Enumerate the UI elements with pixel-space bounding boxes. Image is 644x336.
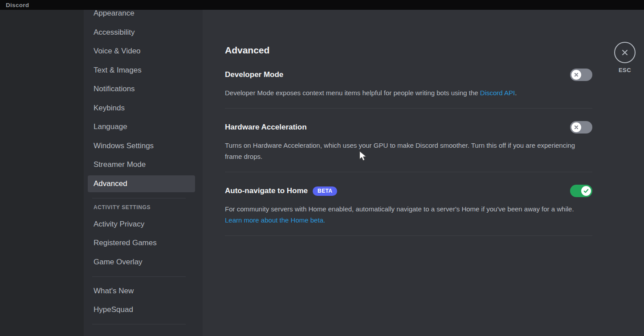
- section-auto-navigate-home: Auto-navigate to Home BETA For community…: [225, 185, 592, 236]
- developer-mode-toggle[interactable]: [570, 69, 592, 81]
- sidebar-item-hypesquad[interactable]: HypeSquad: [88, 301, 195, 318]
- description-text: Developer Mode exposes context menu item…: [225, 89, 480, 97]
- sidebar-category-activity-settings: ACTIVITY SETTINGS: [88, 204, 195, 211]
- esc-label: ESC: [614, 67, 636, 73]
- sidebar-item-accessibility[interactable]: Accessibility: [88, 24, 195, 41]
- sidebar-item-keybinds[interactable]: Keybinds: [88, 100, 195, 117]
- x-icon: [574, 73, 579, 77]
- toggle-knob: [571, 122, 581, 132]
- sidebar-item-registered-games[interactable]: Registered Games: [88, 235, 195, 251]
- settings-nav: Appearance Accessibility Voice & Video T…: [88, 10, 195, 324]
- hardware-acceleration-description: Turns on Hardware Acceleration, which us…: [225, 140, 583, 162]
- beta-badge: BETA: [313, 186, 337, 196]
- sidebar-item-game-overlay[interactable]: Game Overlay: [88, 254, 195, 271]
- close-icon: [620, 48, 629, 57]
- sidebar-item-appearance[interactable]: Appearance: [88, 10, 195, 22]
- toggle-knob: [581, 186, 591, 196]
- auto-navigate-home-toggle[interactable]: [570, 185, 592, 197]
- section-divider: [225, 172, 592, 172]
- close-settings-button[interactable]: [614, 42, 636, 63]
- description-text: .: [515, 89, 517, 97]
- sidebar-item-notifications[interactable]: Notifications: [88, 81, 195, 97]
- hardware-acceleration-toggle[interactable]: [570, 121, 592, 134]
- sidebar-item-streamer-mode[interactable]: Streamer Mode: [88, 156, 195, 173]
- toggle-knob: [571, 70, 581, 80]
- hardware-acceleration-row: Hardware Acceleration: [225, 121, 592, 134]
- developer-mode-description: Developer Mode exposes context menu item…: [225, 87, 583, 98]
- hardware-acceleration-title: Hardware Acceleration: [225, 123, 307, 132]
- sidebar-divider: [92, 324, 186, 324]
- auto-navigate-home-row: Auto-navigate to Home BETA: [225, 185, 592, 197]
- window-titlebar: Discord: [0, 0, 644, 10]
- home-beta-link[interactable]: Learn more about the Home beta.: [225, 216, 325, 224]
- app-title: Discord: [6, 2, 29, 8]
- sidebar-outer-gutter: [0, 10, 84, 336]
- sidebar-divider: [92, 276, 186, 277]
- section-divider: [225, 235, 592, 236]
- sidebar-item-activity-privacy[interactable]: Activity Privacy: [88, 216, 195, 233]
- auto-navigate-home-title: Auto-navigate to Home: [225, 186, 308, 195]
- settings-sections: Developer Mode Developer Mode exposes co…: [225, 69, 592, 236]
- developer-mode-row: Developer Mode: [225, 69, 592, 81]
- sidebar-divider: [92, 198, 186, 198]
- developer-mode-title: Developer Mode: [225, 70, 283, 79]
- settings-window: Appearance Accessibility Voice & Video T…: [0, 10, 644, 336]
- sidebar-item-advanced[interactable]: Advanced: [88, 175, 195, 192]
- section-developer-mode: Developer Mode Developer Mode exposes co…: [225, 69, 592, 109]
- settings-content: Advanced Developer Mode Developer Mode e…: [203, 10, 644, 336]
- discord-api-link[interactable]: Discord API: [480, 89, 515, 97]
- sidebar-item-windows-settings[interactable]: Windows Settings: [88, 138, 195, 154]
- sidebar-item-whats-new[interactable]: What's New: [88, 283, 195, 300]
- sidebar-item-language[interactable]: Language: [88, 118, 195, 135]
- sidebar-item-text-images[interactable]: Text & Images: [88, 62, 195, 79]
- description-text: For community servers with Home enabled,…: [225, 205, 574, 213]
- page-title: Advanced: [225, 45, 644, 56]
- sidebar-item-voice-video[interactable]: Voice & Video: [88, 43, 195, 60]
- x-icon: [574, 125, 579, 130]
- settings-sidebar: Appearance Accessibility Voice & Video T…: [84, 10, 203, 336]
- auto-navigate-home-description: For community servers with Home enabled,…: [225, 203, 583, 226]
- section-hardware-acceleration: Hardware Acceleration Turns on Hardware …: [225, 121, 592, 172]
- close-area: ESC: [614, 42, 636, 73]
- check-icon: [583, 189, 589, 193]
- section-divider: [225, 108, 592, 109]
